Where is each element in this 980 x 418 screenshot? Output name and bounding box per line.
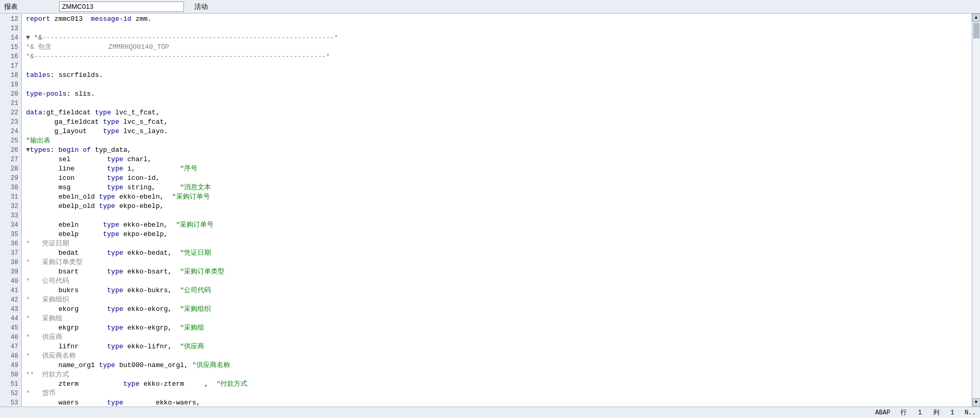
code-token: * 供应商名称 <box>26 352 76 360</box>
table-row: g_layout type lvc_s_layo. <box>22 127 972 136</box>
code-token: ebelp_old <box>26 202 99 210</box>
code-token: : sscrfields. <box>50 71 103 79</box>
code-token: ▼ <box>26 146 30 154</box>
code-token: lvc_s_layo. <box>119 127 168 135</box>
table-row: bukrs type ekko-bukrs, "公司代码 <box>22 286 972 295</box>
code-token: ekpo-ebelp, <box>115 202 164 210</box>
code-token: tables <box>26 71 50 79</box>
code-token: ekko-lifnr, <box>123 343 180 350</box>
code-token: type <box>107 184 123 191</box>
table-row: * 采购组织 <box>22 295 972 305</box>
table-row: *& 包含 ZMMRHQ00140_TOP <box>22 43 972 52</box>
line-number: 51 <box>0 380 21 389</box>
line-number: 33 <box>0 211 21 220</box>
code-token: but000-name_orgl, <box>115 361 192 369</box>
code-token: line <box>26 165 107 173</box>
line-number: 41 <box>0 286 21 295</box>
code-token: msg <box>26 184 107 191</box>
extra-indicator: N.. <box>964 409 976 416</box>
line-number: 29 <box>0 174 21 183</box>
code-token: types <box>30 146 50 154</box>
code-editor[interactable]: report zmmc013 message-id zmm. ▼ *&-----… <box>22 14 972 407</box>
table-row: ** 付款方式 <box>22 370 972 380</box>
code-token: g_layout <box>26 127 103 135</box>
code-token: sel <box>26 155 107 163</box>
top-bar: 报表 活动 <box>0 0 980 14</box>
line-number: 21 <box>0 99 21 108</box>
code-token: typ_data, <box>91 146 131 154</box>
line-number: 19 <box>0 80 21 89</box>
row-info: 行 1 列 1 <box>900 408 954 417</box>
code-token: icon-id, <box>123 174 160 182</box>
scroll-up-btn[interactable]: ▲ <box>972 14 981 22</box>
code-token: "供应商 <box>180 343 204 350</box>
table-row: ebeln type ekko-ebeln, "采购订单号 <box>22 220 972 230</box>
scroll-down-btn[interactable]: ▼ <box>972 398 981 407</box>
code-token: * 采购组织 <box>26 296 69 304</box>
table-row: type-pools: slis. <box>22 89 972 99</box>
code-token: * 采购订单类型 <box>26 258 83 266</box>
table-row: ebelp type ekpo-ebelp, <box>22 230 972 239</box>
line-number: 40 <box>0 277 21 286</box>
code-token: * 供应商 <box>26 333 62 341</box>
code-token: type <box>99 193 115 201</box>
line-number: 20 <box>0 89 21 99</box>
code-token: type <box>107 268 123 276</box>
code-token: * 货币 <box>26 389 56 397</box>
line-number: 52 <box>0 389 21 398</box>
code-token: ** 付款方式 <box>26 371 69 378</box>
code-token: data <box>26 109 42 116</box>
report-input[interactable] <box>59 2 184 12</box>
line-number: 15 <box>0 43 21 52</box>
code-token: begin of <box>58 146 90 154</box>
scroll-thumb <box>973 23 979 38</box>
code-token: * 凭证日期 <box>26 240 69 247</box>
code-token: ekko-ebeln, <box>115 193 172 201</box>
line-number: 53 <box>0 398 21 407</box>
code-token: "采购订单号 <box>176 221 214 229</box>
table-row: msg type string, "消息文本 <box>22 183 972 192</box>
code-token: ebelp <box>26 230 103 238</box>
code-token: type <box>107 165 123 173</box>
code-token: type-pools <box>26 90 67 98</box>
code-token: lvc_s_fcat, <box>119 118 168 126</box>
line-number: 26 <box>0 146 21 155</box>
lang-indicator: ABAP <box>875 409 890 416</box>
line-number: 35 <box>0 230 21 239</box>
code-token: "消息文本 <box>180 184 211 191</box>
code-token: ekko-bsart, <box>123 268 180 276</box>
code-token: type <box>103 118 119 126</box>
table-row: * 采购组 <box>22 314 972 323</box>
code-token: "输出表 <box>26 137 50 145</box>
table-row: * 凭证日期 <box>22 239 972 249</box>
code-token: type <box>107 343 123 350</box>
code-token: name_org1 <box>26 361 99 369</box>
scrollbar[interactable]: ▲ ▼ <box>972 14 980 407</box>
code-token: "采购订单类型 <box>180 268 224 276</box>
line-number: 49 <box>0 361 21 370</box>
code-token: type <box>103 230 119 238</box>
line-number: 30 <box>0 183 21 192</box>
code-token: ekko-zterm , <box>139 380 216 388</box>
code-token: type <box>107 324 123 332</box>
code-token: string, <box>123 184 180 191</box>
line-number: 27 <box>0 155 21 164</box>
line-numbers: 1213141516171819202122232425262728293031… <box>0 14 22 407</box>
code-token: type <box>107 249 123 257</box>
line-number: 36 <box>0 239 21 249</box>
code-token: ekko-ekorg, <box>123 305 180 313</box>
line-number: 18 <box>0 71 21 80</box>
table-row: * 供应商 <box>22 333 972 342</box>
table-row: ▼ *&------------------------------------… <box>22 33 972 43</box>
line-number: 34 <box>0 220 21 230</box>
code-token: type <box>107 305 123 313</box>
code-token: "序号 <box>180 165 197 173</box>
line-number: 37 <box>0 249 21 258</box>
code-token: "采购组 <box>180 324 204 332</box>
table-row <box>22 24 972 33</box>
line-number: 45 <box>0 323 21 333</box>
table-row: * 采购订单类型 <box>22 258 972 267</box>
line-number: 44 <box>0 314 21 323</box>
table-row: * 货币 <box>22 389 972 398</box>
table-row: ebelp_old type ekpo-ebelp, <box>22 202 972 211</box>
